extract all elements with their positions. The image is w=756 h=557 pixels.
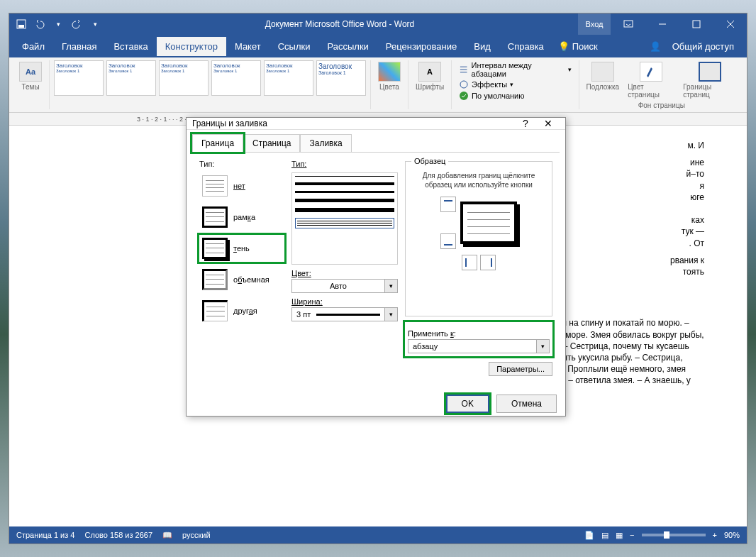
spelling-icon[interactable]: 📖 bbox=[162, 531, 172, 540]
style-item[interactable]: ЗаголовокЗаголовок 1 bbox=[211, 60, 261, 96]
color-dropdown[interactable]: Авто ▾ bbox=[291, 279, 398, 293]
svg-point-8 bbox=[460, 92, 468, 100]
apply-to-value: абзацу bbox=[413, 342, 438, 351]
effects-button[interactable]: Эффекты▾ bbox=[456, 79, 516, 90]
minimize-icon[interactable] bbox=[646, 13, 679, 35]
preview-sample[interactable] bbox=[460, 202, 517, 244]
search-box[interactable]: 💡 Поиск bbox=[552, 41, 604, 52]
ribbon-options-icon[interactable] bbox=[612, 13, 645, 35]
menu-file[interactable]: Файл bbox=[13, 37, 53, 56]
status-bar: Страница 1 из 4 Слово 158 из 2667 📖 русс… bbox=[9, 526, 747, 544]
themes-label: Темы bbox=[21, 83, 39, 91]
border-bottom-button[interactable] bbox=[440, 233, 456, 249]
custom-icon bbox=[202, 300, 228, 321]
menu-home[interactable]: Главная bbox=[53, 37, 105, 56]
dialog-title: Границы и заливка bbox=[192, 118, 514, 128]
status-zoom[interactable]: 90% bbox=[724, 531, 740, 539]
chevron-down-icon[interactable]: ▾ bbox=[89, 18, 101, 31]
menu-insert[interactable]: Вставка bbox=[105, 37, 156, 56]
none-label: нет bbox=[233, 182, 245, 190]
effects-icon bbox=[459, 79, 469, 89]
style-label: Тип: bbox=[291, 160, 398, 168]
style-gallery[interactable]: ЗаголовокЗаголовок 1 ЗаголовокЗаголовок … bbox=[54, 60, 366, 96]
border-type-box[interactable]: рамка bbox=[199, 204, 284, 231]
undo-icon[interactable] bbox=[33, 18, 46, 31]
view-read-icon[interactable]: 📄 bbox=[584, 531, 594, 540]
width-dropdown[interactable]: 3 пт ▾ bbox=[291, 307, 398, 321]
watermark-label: Подложка bbox=[587, 83, 620, 91]
set-default-button[interactable]: По умолчанию bbox=[456, 90, 527, 101]
save-icon[interactable] bbox=[15, 18, 28, 31]
style-option[interactable] bbox=[295, 208, 394, 212]
border-left-button[interactable] bbox=[462, 255, 477, 270]
apply-to-section: Применить к: абзацу ▾ bbox=[405, 322, 552, 356]
style-item[interactable]: ЗаголовокЗаголовок 1 bbox=[316, 60, 366, 96]
status-page[interactable]: Страница 1 из 4 bbox=[16, 531, 74, 539]
menu-layout[interactable]: Макет bbox=[226, 37, 269, 56]
style-list[interactable] bbox=[291, 172, 398, 265]
style-option[interactable] bbox=[295, 191, 394, 193]
preview-hint: Для добавления границ щёлкните образец и… bbox=[411, 171, 546, 189]
style-option[interactable] bbox=[295, 182, 394, 185]
ok-button[interactable]: OK bbox=[446, 395, 489, 413]
tab-page-border[interactable]: Страница bbox=[243, 134, 300, 152]
menu-mailings[interactable]: Рассылки bbox=[318, 37, 377, 56]
themes-icon: Aa bbox=[19, 62, 42, 82]
view-web-icon[interactable]: ▦ bbox=[616, 531, 623, 540]
border-type-shadow[interactable]: тень bbox=[199, 235, 284, 262]
page-borders-button[interactable]: Границы страниц bbox=[680, 60, 740, 100]
close-icon[interactable]: ✕ bbox=[537, 118, 560, 129]
style-option[interactable] bbox=[295, 176, 394, 177]
border-top-button[interactable] bbox=[440, 197, 456, 212]
zoom-slider[interactable] bbox=[642, 534, 706, 536]
style-option-selected[interactable] bbox=[295, 218, 394, 228]
menu-references[interactable]: Ссылки bbox=[269, 37, 319, 56]
tab-shading[interactable]: Заливка bbox=[300, 134, 351, 152]
colors-label: Цвета bbox=[379, 83, 399, 91]
tab-border[interactable]: Граница bbox=[192, 134, 243, 152]
style-item[interactable]: ЗаголовокЗаголовок 1 bbox=[54, 60, 104, 96]
options-button[interactable]: Параметры... bbox=[489, 362, 552, 376]
status-language[interactable]: русский bbox=[182, 531, 210, 539]
zoom-out-icon[interactable]: − bbox=[630, 531, 634, 539]
spacing-label: Интервал между абзацами bbox=[472, 61, 565, 78]
chevron-down-icon[interactable]: ▾ bbox=[385, 307, 398, 321]
cancel-button[interactable]: Отмена bbox=[496, 395, 557, 413]
style-item[interactable]: ЗаголовокЗаголовок 1 bbox=[159, 60, 209, 96]
page-color-button[interactable]: Цвет страницы bbox=[625, 60, 677, 100]
status-words[interactable]: Слово 158 из 2667 bbox=[84, 531, 152, 539]
maximize-icon[interactable] bbox=[680, 13, 713, 35]
border-type-none[interactable]: нет bbox=[199, 172, 284, 199]
chevron-down-icon[interactable]: ▾ bbox=[385, 279, 398, 293]
chevron-down-icon[interactable]: ▾ bbox=[52, 18, 65, 31]
search-label: Поиск bbox=[572, 41, 598, 52]
watermark-button[interactable]: Подложка bbox=[584, 60, 623, 100]
menu-view[interactable]: Вид bbox=[465, 37, 499, 56]
redo-icon[interactable] bbox=[70, 18, 83, 31]
view-print-icon[interactable]: ▤ bbox=[601, 531, 608, 540]
menu-review[interactable]: Рецензирование bbox=[377, 37, 465, 56]
style-item[interactable]: ЗаголовокЗаголовок 1 bbox=[264, 60, 313, 96]
border-type-custom[interactable]: другая bbox=[199, 297, 284, 324]
colors-button[interactable]: Цвета bbox=[375, 60, 404, 92]
close-icon[interactable] bbox=[714, 13, 747, 35]
help-icon[interactable]: ? bbox=[514, 118, 537, 129]
style-item[interactable]: ЗаголовокЗаголовок 1 bbox=[106, 60, 156, 96]
menu-bar: Файл Главная Вставка Конструктор Макет С… bbox=[9, 35, 747, 57]
apply-to-dropdown[interactable]: абзацу ▾ bbox=[408, 339, 550, 353]
border-type-3d[interactable]: объемная bbox=[199, 266, 284, 293]
style-option[interactable] bbox=[295, 199, 394, 202]
fonts-icon: A bbox=[418, 62, 441, 82]
fonts-button[interactable]: A Шрифты bbox=[413, 60, 447, 92]
border-right-button[interactable] bbox=[480, 255, 496, 270]
themes-button[interactable]: Aa Темы bbox=[16, 60, 45, 92]
menu-design[interactable]: Конструктор bbox=[157, 37, 226, 56]
share-button[interactable]: Общий доступ bbox=[664, 37, 743, 56]
share-icon: 👤 bbox=[650, 41, 661, 52]
zoom-in-icon[interactable]: + bbox=[713, 531, 717, 539]
paragraph-spacing-button[interactable]: Интервал между абзацами▾ bbox=[456, 60, 574, 79]
custom-label: другая bbox=[233, 307, 257, 315]
menu-help[interactable]: Справка bbox=[499, 37, 552, 56]
chevron-down-icon[interactable]: ▾ bbox=[537, 339, 550, 353]
login-button[interactable]: Вход bbox=[578, 13, 611, 35]
